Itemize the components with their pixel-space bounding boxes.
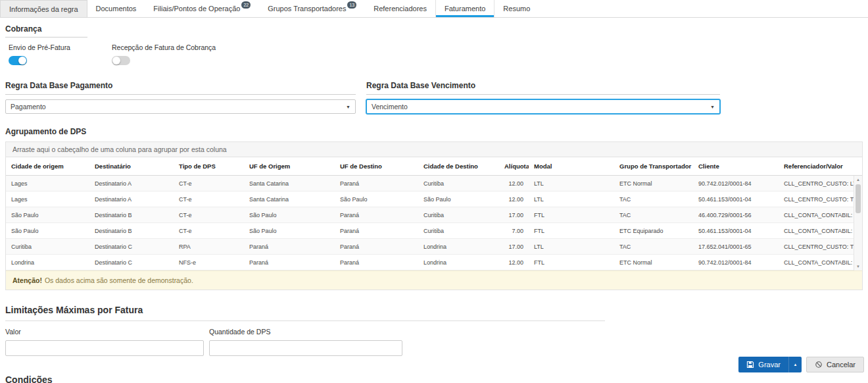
table-cell: CT-e: [174, 228, 244, 234]
toggle-knob: [112, 57, 120, 64]
table-cell: FTL: [529, 228, 614, 234]
tab-label: Grupos Transportadores: [268, 5, 346, 13]
regra-pagamento-col: Regra Data Base Pagamento Pagamento ▼: [5, 81, 356, 114]
tab-faturamento[interactable]: Faturamento: [435, 0, 494, 17]
tab-grupos-transportadores[interactable]: Grupos Transportadores13: [259, 0, 365, 17]
table-cell: CLL_CENTRO_CUSTO: TL_DIST: [779, 196, 854, 203]
cancel-icon: [815, 361, 823, 369]
table-cell: LTL: [529, 243, 614, 250]
valor-input[interactable]: [5, 340, 204, 356]
table-row[interactable]: LagesDestinatario ACT-eSanta CatarinaPar…: [6, 176, 854, 192]
table-cell: NFS-e: [174, 259, 244, 266]
save-icon: [746, 361, 754, 369]
regra-pagamento-select[interactable]: Pagamento ▼: [5, 99, 356, 114]
grid-body-rows: LagesDestinatario ACT-eSanta CatarinaPar…: [6, 176, 862, 270]
table-cell: FTL: [529, 259, 614, 266]
tab-filiais-pontos-de-operacao[interactable]: Filiais/Pontos de Operação22: [145, 0, 259, 17]
save-button[interactable]: Gravar: [738, 357, 788, 372]
table-cell: São Paulo: [418, 196, 499, 203]
cobranca-toggles: Envio de Pré-Fatura Recepção de Fatura d…: [5, 43, 863, 65]
table-row[interactable]: São PauloDestinatario BCT-eSão PauloPara…: [6, 207, 854, 223]
table-cell: 46.400.729/0001-56: [693, 212, 779, 218]
table-cell: FTL: [529, 212, 614, 218]
tab-referenciadores[interactable]: Referenciadores: [365, 0, 435, 17]
tab-documentos[interactable]: Documentos: [87, 0, 145, 17]
table-cell: Curitiba: [6, 243, 89, 250]
table-cell: Paraná: [335, 259, 418, 266]
tab-informacoes-da-regra[interactable]: Informações da regra: [0, 0, 87, 17]
column-header-modal[interactable]: Modal: [529, 157, 614, 175]
tab-label: Referenciadores: [374, 5, 427, 13]
quantidade-dps-label: Quantidade de DPS: [209, 328, 402, 336]
scroll-up-icon[interactable]: ▲: [854, 176, 862, 184]
column-header-destinatario[interactable]: Destinatário: [89, 157, 174, 175]
table-row[interactable]: LondrinaDestinatario CNFS-eParanáParanáL…: [6, 255, 854, 270]
regra-vencimento-select[interactable]: Vencimento ▼: [366, 99, 720, 114]
dps-grid: Arraste aqui o cabeçalho de uma coluna p…: [5, 141, 863, 290]
table-cell: Paraná: [335, 212, 418, 218]
quantidade-dps-input[interactable]: [209, 340, 402, 356]
column-header-cidade-de-origem[interactable]: Cidade de origem: [6, 157, 89, 175]
table-cell: CT-e: [174, 212, 244, 218]
warning-text: Os dados acima são somente de demonstraç…: [45, 276, 193, 284]
save-label: Gravar: [758, 361, 781, 369]
column-header-uf-de-destino[interactable]: UF de Destino: [335, 157, 418, 175]
table-cell: 12.00: [499, 180, 529, 187]
table-cell: 50.461.153/0001-04: [693, 228, 779, 234]
table-cell: São Paulo: [6, 212, 89, 218]
group-drop-zone[interactable]: Arraste aqui o cabeçalho de uma coluna p…: [6, 142, 862, 157]
tab-resumo[interactable]: Resumo: [494, 0, 539, 17]
column-header-cliente[interactable]: Cliente: [693, 157, 779, 175]
envio-pre-fatura-block: Envio de Pré-Fatura: [5, 43, 108, 65]
chevron-down-icon: ▼: [346, 105, 350, 109]
save-options-button[interactable]: ▲: [788, 357, 802, 372]
table-cell: São Paulo: [244, 212, 335, 218]
vertical-scrollbar[interactable]: ▲ ▼: [854, 176, 862, 270]
table-cell: 7.00: [499, 228, 529, 234]
scroll-down-icon[interactable]: ▼: [854, 263, 862, 270]
billing-rule-page: Informações da regraDocumentosFiliais/Po…: [0, 0, 868, 383]
table-row[interactable]: LagesDestinatario ACT-eSanta CatarinaSão…: [6, 192, 854, 207]
cancel-button[interactable]: Cancelar: [806, 357, 864, 372]
column-header-cidade-de-destino[interactable]: Cidade de Destino: [418, 157, 499, 175]
save-split-button: Gravar ▲: [738, 357, 802, 372]
tab-badge: 22: [241, 1, 251, 9]
scrollbar-thumb[interactable]: [856, 184, 861, 213]
quantidade-dps-field: Quantidade de DPS: [209, 328, 402, 356]
section-title-cobranca: Cobrança: [5, 24, 87, 38]
table-cell: Paraná: [244, 259, 335, 266]
column-header-grupo-de-transportador[interactable]: Grupo de Transportador: [614, 157, 693, 175]
table-cell: Destinatario C: [89, 243, 174, 250]
table-cell: Santa Catarina: [244, 196, 335, 203]
table-row[interactable]: CuritibaDestinatario CRPAParanáParanáLon…: [6, 239, 854, 255]
section-title-condicoes: Condições: [5, 374, 605, 383]
valor-label: Valor: [5, 328, 204, 336]
valor-field: Valor: [5, 328, 204, 356]
recepcao-fatura-toggle[interactable]: [112, 56, 130, 65]
table-cell: CLL_CONTA_CONTABIL: DEPART_A: [779, 212, 854, 218]
table-cell: Paraná: [335, 180, 418, 187]
regra-vencimento-select-value: Vencimento: [372, 103, 408, 111]
table-cell: CLL_CONTA_CONTABIL: DEPART_A: [779, 259, 854, 266]
recepcao-fatura-label: Recepção de Fatura de Cobrança: [112, 43, 216, 51]
column-header-uf-de-origem[interactable]: UF de Origem: [244, 157, 335, 175]
table-cell: ETC Equiparado: [614, 228, 693, 234]
section-title-limitacoes: Limitações Máximas por Fatura: [5, 305, 605, 321]
table-cell: Santa Catarina: [244, 180, 335, 187]
table-cell: 17.00: [499, 212, 529, 218]
table-cell: TAC: [614, 212, 693, 218]
section-title-regra-pagamento: Regra Data Base Pagamento: [5, 81, 356, 95]
envio-pre-fatura-label: Envio de Pré-Fatura: [9, 43, 108, 51]
column-header-tipo-de-dps[interactable]: Tipo de DPS: [174, 157, 244, 175]
table-row[interactable]: São PauloDestinatario BCT-eSão PauloPara…: [6, 223, 854, 239]
envio-pre-fatura-toggle[interactable]: [9, 56, 27, 65]
table-cell: São Paulo: [244, 228, 335, 234]
table-cell: Destinatario A: [89, 196, 174, 203]
column-header-referenciador-valor[interactable]: Referenciador/Valor: [779, 157, 854, 175]
column-header-aliquota[interactable]: Alíquota: [499, 157, 529, 175]
cancel-label: Cancelar: [827, 361, 856, 369]
limitacoes-fields: Valor Quantidade de DPS: [5, 328, 863, 356]
table-cell: Paraná: [335, 243, 418, 250]
regra-vencimento-col: Regra Data Base Vencimento Vencimento ▼: [366, 81, 720, 114]
section-title-agrupamento: Agrupamento de DPS: [5, 127, 863, 136]
